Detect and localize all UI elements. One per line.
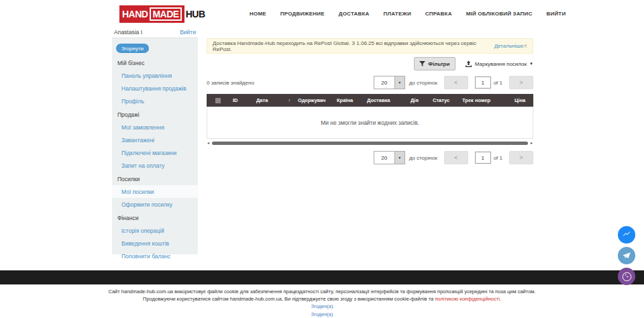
prev-page-button-bottom[interactable]: <: [444, 151, 468, 164]
sidebar-item-create-parcel[interactable]: Оформити посилку: [112, 198, 198, 211]
user-name: Anastasia I: [114, 29, 142, 36]
sidebar-item-payment-request[interactable]: Запит на оплату: [112, 159, 198, 172]
next-page-button-bottom[interactable]: >: [509, 151, 533, 164]
cookie-line2: Продовжуючи користуватися сайтом handmad…: [0, 296, 644, 303]
th-action[interactable]: Дія: [407, 94, 429, 107]
nav-item-logout[interactable]: ВИЙТИ: [546, 11, 566, 17]
sidebar-item-my-orders[interactable]: Мої замовлення: [112, 121, 198, 134]
sidebar-item-my-parcels[interactable]: Мої посилки: [112, 185, 198, 198]
per-page-label: до сторінок: [409, 80, 437, 86]
sidebar: Згорнути Мій бізнес Панель управління На…: [112, 38, 198, 254]
cookie-line1: Сайт handmade-hub.com.ua використовує фа…: [0, 288, 644, 296]
th-country[interactable]: Країна: [333, 94, 363, 107]
page-size-value-bottom: 20: [374, 152, 394, 164]
user-row: Anastasia I Вийти: [112, 27, 198, 38]
chevron-down-icon: ▼: [529, 62, 533, 66]
nav-item-delivery[interactable]: ДОСТАВКА: [339, 11, 370, 17]
th-status[interactable]: Статус: [429, 94, 458, 107]
of-total-label-bottom: of 1: [494, 155, 502, 161]
banner-close-icon[interactable]: ×: [523, 42, 527, 50]
th-track-number[interactable]: Трек номер: [458, 94, 511, 107]
prev-page-button[interactable]: <: [444, 76, 468, 89]
privacy-policy-link[interactable]: політикою конфіденційності: [435, 296, 500, 302]
handmade-hub-logo[interactable]: HAND MADE HUB: [119, 5, 205, 23]
agree-link-1[interactable]: Згоден(а): [0, 303, 644, 311]
agree-link-2[interactable]: Згоден(а): [0, 311, 644, 318]
sidebar-item-connected-stores[interactable]: Підключені магазини: [112, 146, 198, 159]
sidebar-item-uploaded[interactable]: Завантажені: [112, 134, 198, 146]
scroll-right-icon[interactable]: ►: [530, 142, 533, 145]
sidebar-item-top-up-balance[interactable]: Поповнити баланс: [112, 250, 198, 262]
sidebar-item-sales-settings[interactable]: Налаштування продажів: [112, 82, 198, 95]
scrollbar-thumb[interactable]: [212, 142, 528, 145]
logout-link[interactable]: Вийти: [180, 29, 196, 36]
sidebar-section-finance: Фінанси: [112, 211, 198, 224]
sidebar-item-withdraw-funds[interactable]: Виведення коштів: [112, 237, 198, 250]
nav-item-home[interactable]: HOME: [250, 11, 266, 17]
next-page-button[interactable]: >: [509, 76, 533, 89]
cookie-line2-text: Продовжуючи користуватися сайтом handmad…: [143, 296, 435, 302]
nav-item-help[interactable]: СПРАВКА: [425, 11, 452, 17]
table-header-row: ID Дата ↑ Одержувач Країна Доставка Дія …: [207, 94, 533, 107]
logo-made: MADE: [150, 7, 181, 21]
page-size-select-bottom[interactable]: 20 ▼: [374, 151, 405, 164]
empty-state-message: Ми не змогли знайти жодних записів.: [207, 107, 533, 139]
footer-dark-bar: [0, 270, 644, 284]
sort-asc-icon[interactable]: ↑: [288, 98, 291, 103]
banner-text: Доставка Handmade-Hub переходить на RePo…: [213, 40, 492, 52]
current-page-input-bottom[interactable]: [475, 152, 491, 164]
select-all-checkbox[interactable]: [215, 98, 221, 103]
th-date[interactable]: Дата ↑: [252, 94, 294, 107]
table-toolbar: Фільтри Маркування посилок ▼: [207, 56, 533, 71]
cookie-line2-suffix: .: [500, 296, 501, 302]
horizontal-scrollbar: ◄ ►: [207, 140, 533, 146]
top-header: HAND MADE HUB HOME ПРОДВИЖЕНИЕ ДОСТАВКА …: [0, 0, 644, 27]
parcels-table: ID Дата ↑ Одержувач Країна Доставка Дія …: [207, 94, 533, 139]
viber-icon[interactable]: [618, 268, 635, 285]
parcel-marking-label: Маркування посилок: [475, 61, 527, 67]
nav-item-promotion[interactable]: ПРОДВИЖЕНИЕ: [280, 11, 325, 17]
messenger-icon[interactable]: [618, 226, 635, 244]
filters-button-label: Фільтри: [428, 61, 449, 67]
sidebar-item-operations-history[interactable]: Історія операцій: [112, 224, 198, 237]
banner-details-link[interactable]: Детальніше: [494, 43, 524, 49]
parcel-marking-dropdown[interactable]: Маркування посилок ▼: [465, 60, 533, 68]
th-price[interactable]: Ціна: [511, 94, 533, 107]
page-size-value: 20: [374, 76, 394, 89]
telegram-icon[interactable]: [618, 247, 635, 264]
upload-tray-icon: [465, 60, 472, 68]
select-all-cell: [207, 94, 229, 107]
logo-red-box: HAND MADE: [119, 5, 184, 23]
per-page-label-bottom: до сторінок: [409, 155, 437, 161]
sidebar-section-parcels: Посилки: [112, 172, 198, 185]
pagination-top-controls: 20 ▼ до сторінок < of 1 >: [374, 76, 533, 89]
pagination-bottom-controls: 20 ▼ до сторінок < of 1 >: [374, 151, 533, 164]
notification-banner: Доставка Handmade-Hub переходить на RePo…: [207, 38, 533, 54]
main-nav: HOME ПРОДВИЖЕНИЕ ДОСТАВКА ПЛАТЕЖИ СПРАВК…: [250, 0, 566, 27]
th-id[interactable]: ID: [229, 94, 252, 107]
sidebar-section-my-business: Мій бізнес: [112, 56, 198, 69]
logo-hand: HAND: [122, 9, 148, 19]
page-size-select[interactable]: 20 ▼: [374, 76, 405, 89]
scroll-left-icon[interactable]: ◄: [207, 142, 210, 145]
filter-funnel-icon: [419, 61, 425, 67]
logo-hub: HUB: [186, 9, 205, 19]
cookie-footer: Сайт handmade-hub.com.ua використовує фа…: [0, 288, 644, 318]
records-count: 0 записів знайдено: [207, 80, 254, 86]
select-caret-icon-bottom[interactable]: ▼: [394, 152, 405, 164]
sidebar-item-profile[interactable]: Профіль: [112, 95, 198, 107]
nav-item-account[interactable]: МІЙ ОБЛІКОВИЙ ЗАПИС: [466, 11, 533, 17]
select-caret-icon[interactable]: ▼: [394, 76, 405, 89]
collapse-sidebar-button[interactable]: Згорнути: [116, 44, 149, 53]
th-date-label: Дата: [256, 97, 268, 103]
pagination-top: 0 записів знайдено 20 ▼ до сторінок < of…: [207, 75, 533, 90]
th-delivery[interactable]: Доставка: [363, 94, 407, 107]
sidebar-item-dashboard[interactable]: Панель управління: [112, 69, 198, 82]
th-recipient[interactable]: Одержувач: [294, 94, 333, 107]
nav-item-payments[interactable]: ПЛАТЕЖИ: [383, 11, 411, 17]
sidebar-section-sales: Продажі: [112, 107, 198, 121]
of-total-label: of 1: [494, 80, 502, 86]
pagination-bottom: 20 ▼ до сторінок < of 1 >: [207, 150, 533, 165]
filters-button[interactable]: Фільтри: [414, 57, 455, 70]
current-page-input[interactable]: [475, 76, 491, 89]
